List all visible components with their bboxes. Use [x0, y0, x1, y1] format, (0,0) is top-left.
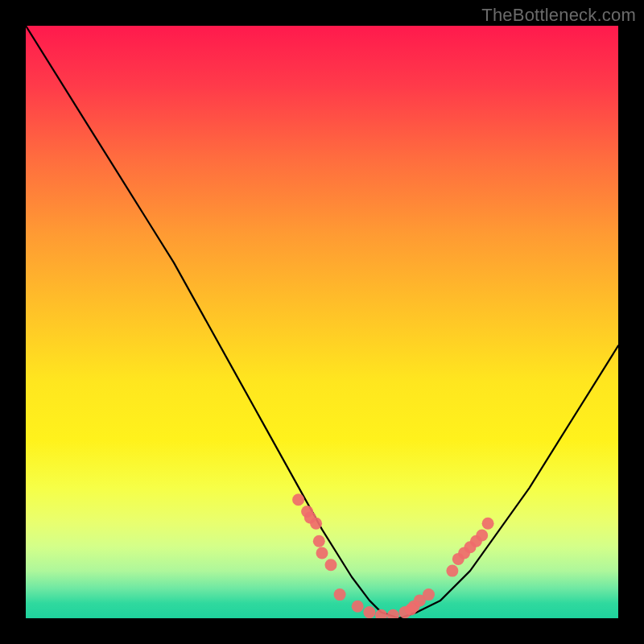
marker-dot: [310, 518, 322, 530]
curve-line: [26, 26, 618, 618]
watermark-label: TheBottleneck.com: [481, 5, 636, 26]
marker-dot: [399, 606, 411, 618]
plot-area: [26, 26, 618, 618]
marker-dot: [470, 535, 482, 547]
marker-dot: [458, 547, 470, 559]
marker-dot: [414, 594, 426, 606]
marker-dot: [325, 559, 337, 571]
marker-dot: [292, 493, 304, 506]
marker-dot: [313, 535, 325, 547]
marker-dot: [304, 511, 316, 523]
marker-dot: [363, 606, 375, 618]
marker-dot: [334, 588, 346, 601]
marker-dot: [301, 506, 313, 518]
marker-dot: [408, 601, 420, 613]
bottleneck-curve-path: [26, 26, 618, 618]
curve-layer: [26, 26, 618, 618]
marker-dot: [464, 541, 477, 553]
marker-dot: [405, 604, 417, 616]
marker-dot: [387, 609, 399, 618]
marker-dot: [423, 588, 435, 601]
marker-dot: [482, 518, 494, 530]
marker-dot: [375, 609, 387, 618]
chart-frame: TheBottleneck.com: [0, 0, 644, 644]
marker-dot: [452, 553, 464, 565]
marker-dot: [316, 547, 328, 559]
marker-dot: [476, 530, 488, 542]
curve-markers: [292, 493, 493, 618]
marker-dot: [352, 601, 364, 613]
marker-dot: [446, 565, 458, 577]
